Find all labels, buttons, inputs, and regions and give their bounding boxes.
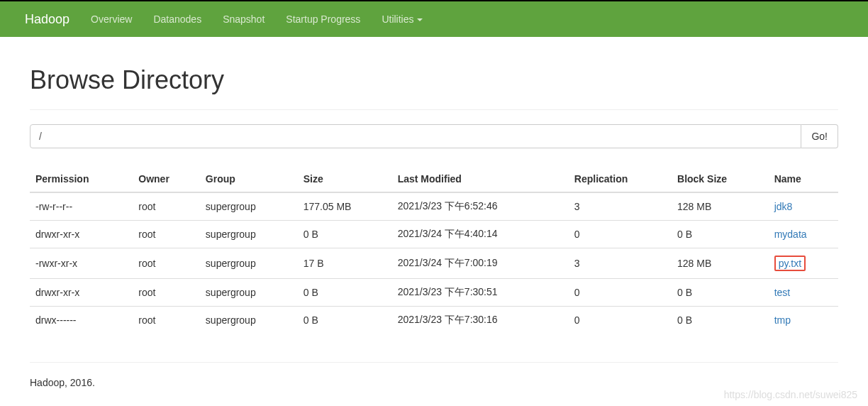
cell-replication: 3 xyxy=(569,192,672,221)
cell-owner: root xyxy=(133,307,200,334)
file-link[interactable]: mydata xyxy=(774,229,807,240)
nav-overview[interactable]: Overview xyxy=(80,13,143,25)
table-header-row: Permission Owner Group Size Last Modifie… xyxy=(30,166,838,192)
cell-permission: drwx------ xyxy=(30,307,133,334)
cell-permission: drwxr-xr-x xyxy=(30,279,133,307)
cell-permission: -rwxr-xr-x xyxy=(30,248,133,279)
file-link[interactable]: test xyxy=(774,287,791,298)
cell-size: 17 B xyxy=(298,248,392,279)
divider xyxy=(30,362,838,363)
directory-table: Permission Owner Group Size Last Modifie… xyxy=(30,166,838,334)
cell-size: 177.05 MB xyxy=(298,192,392,221)
cell-block_size: 0 B xyxy=(672,279,769,307)
cell-permission: drwxr-xr-x xyxy=(30,221,133,248)
cell-group: supergroup xyxy=(200,307,298,334)
th-block-size: Block Size xyxy=(672,166,769,192)
cell-modified: 2021/3/24 下午4:40:14 xyxy=(392,221,569,248)
nav-datanodes[interactable]: Datanodes xyxy=(143,13,212,25)
th-group: Group xyxy=(200,166,298,192)
divider xyxy=(30,109,838,110)
file-link[interactable]: py.txt xyxy=(779,258,801,269)
nav-utilities[interactable]: Utilities xyxy=(371,13,433,25)
navbar: Hadoop Overview Datanodes Snapshot Start… xyxy=(0,0,868,37)
cell-replication: 0 xyxy=(569,307,672,334)
cell-owner: root xyxy=(133,221,200,248)
cell-size: 0 B xyxy=(298,307,392,334)
cell-name: tmp xyxy=(769,307,838,334)
cell-replication: 0 xyxy=(569,221,672,248)
file-link[interactable]: tmp xyxy=(774,314,791,326)
page-title: Browse Directory xyxy=(30,65,838,95)
cell-block_size: 0 B xyxy=(672,221,769,248)
cell-name: jdk8 xyxy=(769,192,838,221)
cell-modified: 2021/3/24 下午7:00:19 xyxy=(392,248,569,279)
th-name: Name xyxy=(769,166,838,192)
cell-block_size: 128 MB xyxy=(672,248,769,279)
table-row: -rwxr-xr-xrootsupergroup17 B2021/3/24 下午… xyxy=(30,248,838,279)
navbar-brand[interactable]: Hadoop xyxy=(14,12,80,27)
nav-utilities-label: Utilities xyxy=(382,13,413,25)
cell-replication: 0 xyxy=(569,279,672,307)
th-size: Size xyxy=(298,166,392,192)
cell-size: 0 B xyxy=(298,221,392,248)
path-input-row: Go! xyxy=(30,124,838,148)
path-input[interactable] xyxy=(30,124,801,148)
th-permission: Permission xyxy=(30,166,133,192)
cell-owner: root xyxy=(133,192,200,221)
th-replication: Replication xyxy=(569,166,672,192)
cell-name: mydata xyxy=(769,221,838,248)
cell-size: 0 B xyxy=(298,279,392,307)
nav-snapshot[interactable]: Snapshot xyxy=(212,13,275,25)
cell-replication: 3 xyxy=(569,248,672,279)
cell-permission: -rw-r--r-- xyxy=(30,192,133,221)
file-link[interactable]: jdk8 xyxy=(774,201,793,212)
th-last-modified: Last Modified xyxy=(392,166,569,192)
table-row: -rw-r--r--rootsupergroup177.05 MB2021/3/… xyxy=(30,192,838,221)
table-row: drwxr-xr-xrootsupergroup0 B2021/3/24 下午4… xyxy=(30,221,838,248)
cell-name: test xyxy=(769,279,838,307)
cell-owner: root xyxy=(133,248,200,279)
cell-modified: 2021/3/23 下午7:30:51 xyxy=(392,279,569,307)
cell-name: py.txt xyxy=(769,248,838,279)
table-row: drwx------rootsupergroup0 B2021/3/23 下午7… xyxy=(30,307,838,334)
th-owner: Owner xyxy=(133,166,200,192)
cell-modified: 2021/3/23 下午6:52:46 xyxy=(392,192,569,221)
go-button[interactable]: Go! xyxy=(801,124,838,148)
chevron-down-icon xyxy=(417,18,423,21)
cell-group: supergroup xyxy=(200,221,298,248)
cell-group: supergroup xyxy=(200,192,298,221)
cell-owner: root xyxy=(133,279,200,307)
cell-block_size: 0 B xyxy=(672,307,769,334)
cell-group: supergroup xyxy=(200,248,298,279)
footer-text: Hadoop, 2016. xyxy=(30,377,838,402)
table-row: drwxr-xr-xrootsupergroup0 B2021/3/23 下午7… xyxy=(30,279,838,307)
cell-block_size: 128 MB xyxy=(672,192,769,221)
cell-modified: 2021/3/23 下午7:30:16 xyxy=(392,307,569,334)
nav-startup-progress[interactable]: Startup Progress xyxy=(275,13,371,25)
highlight-box: py.txt xyxy=(774,256,806,271)
cell-group: supergroup xyxy=(200,279,298,307)
